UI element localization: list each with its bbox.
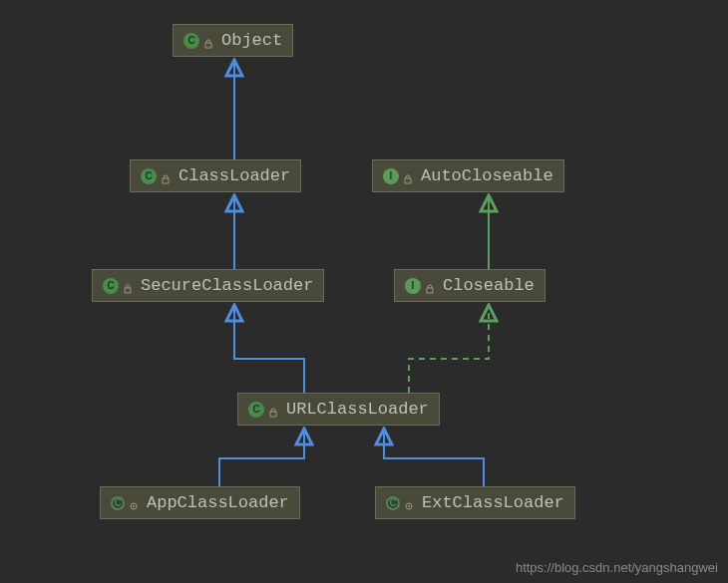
lock-icon [161,171,171,181]
interface-icon: I [383,168,399,184]
lock-icon [203,36,213,46]
node-label: Object [221,31,282,50]
node-label: ExtClassLoader [422,493,564,512]
lock-icon [403,171,413,181]
node-label: AutoCloseable [421,166,553,185]
lock-icon [123,281,133,291]
lock-icon [268,405,278,415]
class-icon: C [183,33,199,49]
interface-node-autocloseable: I AutoCloseable [372,159,564,192]
gear-icon [404,498,414,508]
interface-node-closeable: I Closeable [394,269,546,302]
class-node-appclassloader: C AppClassLoader [100,486,300,519]
class-icon: C [248,402,264,418]
node-label: Closeable [443,276,535,295]
gear-icon [129,498,139,508]
node-label: AppClassLoader [147,493,289,512]
class-node-urlclassloader: C URLClassLoader [237,393,440,426]
svg-point-3 [408,505,410,507]
class-node-classloader: C ClassLoader [130,159,301,192]
node-label: URLClassLoader [286,400,429,419]
node-label: ClassLoader [179,166,290,185]
interface-icon: I [405,278,421,294]
class-icon: C [103,278,119,294]
class-icon: C [141,168,157,184]
watermark-text: https://blog.csdn.net/yangshangwei [516,560,718,575]
svg-point-1 [133,505,135,507]
class-node-secureclassloader: C SecureClassLoader [92,269,324,302]
class-icon: C [111,496,125,510]
class-icon: C [386,496,400,510]
class-node-object: C Object [173,24,293,57]
class-node-extclassloader: C ExtClassLoader [375,486,575,519]
node-label: SecureClassLoader [141,276,313,295]
lock-icon [425,281,435,291]
